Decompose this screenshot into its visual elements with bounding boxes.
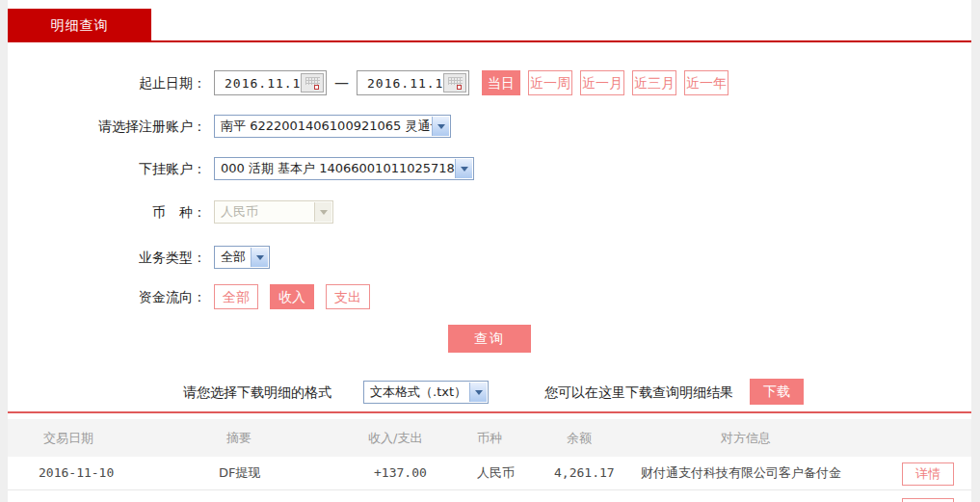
currency-label: 币 种： <box>8 199 206 225</box>
cell-amount: +137.00 <box>374 457 427 489</box>
detail-button[interactable]: 详情 <box>902 498 954 502</box>
sub-account-row: 下挂账户： 000 活期 基本户 1406600101102571848 <box>8 156 971 181</box>
download-format-value: 文本格式（.txt） <box>370 383 466 401</box>
business-type-select[interactable]: 全部 <box>214 246 270 269</box>
fund-flow-label: 资金流向： <box>8 284 206 309</box>
end-date-value: 2016.11.10 <box>358 76 452 91</box>
calendar-icon[interactable] <box>301 73 324 92</box>
detail-button[interactable]: 详情 <box>902 462 954 486</box>
sub-account-value: 000 活期 基本户 1406600101102571848 <box>221 160 470 177</box>
main-panel: 明细查询 起止日期： 2016.11.10 — 2016.11.10 当日 近一… <box>8 0 971 502</box>
fund-flow-row: 资金流向： 全部 收入 支出 <box>8 284 971 309</box>
registered-account-label: 请选择注册账户： <box>8 114 206 139</box>
cell-balance: 4,261.17 <box>554 457 615 489</box>
quick-range-today-button[interactable]: 当日 <box>482 70 520 95</box>
sub-account-label: 下挂账户： <box>8 156 206 181</box>
cell-summary: DF提现 <box>219 457 261 489</box>
cell-date: 2016-11-10 <box>39 457 114 489</box>
date-range-label: 起止日期： <box>8 70 206 95</box>
calendar-glyph-icon <box>448 77 463 90</box>
col-header-counterparty: 对方信息 <box>721 419 771 457</box>
col-header-summary: 摘要 <box>226 419 252 457</box>
col-header-currency: 币种 <box>477 419 502 457</box>
quick-range-year-button[interactable]: 近一年 <box>684 70 728 95</box>
end-date-input[interactable]: 2016.11.10 <box>357 70 469 95</box>
col-header-balance: 余额 <box>567 419 592 457</box>
quick-range-week-button[interactable]: 近一周 <box>528 70 572 95</box>
start-date-input[interactable]: 2016.11.10 <box>214 70 327 95</box>
table-row: 2016-11-10 DF提现 +137.00 人民币 4,261.17 财付通… <box>8 457 971 490</box>
sub-account-select[interactable]: 000 活期 基本户 1406600101102571848 <box>214 157 474 180</box>
business-type-label: 业务类型： <box>8 245 206 270</box>
query-button[interactable]: 查询 <box>448 325 531 353</box>
currency-value: 人民币 <box>221 203 258 221</box>
calendar-glyph-icon <box>305 77 320 90</box>
cell-currency: 人民币 <box>477 457 515 489</box>
tab-underline <box>8 40 971 42</box>
chevron-down-icon <box>314 202 331 222</box>
calendar-icon[interactable] <box>443 73 466 92</box>
business-type-row: 业务类型： 全部 <box>8 245 971 270</box>
download-button[interactable]: 下载 <box>750 379 804 405</box>
quick-range-month-button[interactable]: 近一月 <box>580 70 624 95</box>
cell-counterparty: 财付通支付科技有限公司客户备付金 <box>641 457 841 489</box>
chevron-down-icon[interactable] <box>455 159 472 178</box>
fund-flow-expense-button[interactable]: 支出 <box>326 284 370 309</box>
chevron-down-icon[interactable] <box>469 383 487 402</box>
table-header: 交易日期 摘要 收入/支出 币种 余额 对方信息 <box>8 419 971 457</box>
fund-flow-income-button[interactable]: 收入 <box>270 284 314 309</box>
quick-range-3month-button[interactable]: 近三月 <box>632 70 676 95</box>
date-separator: — <box>334 74 349 92</box>
registered-account-row: 请选择注册账户： 南平 6222001406100921065 灵通卡 <box>8 114 971 139</box>
chevron-down-icon[interactable] <box>432 117 449 136</box>
registered-account-select[interactable]: 南平 6222001406100921065 灵通卡 <box>214 115 451 138</box>
registered-account-value: 南平 6222001406100921065 灵通卡 <box>221 118 442 135</box>
col-header-amount: 收入/支出 <box>368 419 422 457</box>
fund-flow-all-button[interactable]: 全部 <box>214 284 258 309</box>
table-row-partial: 详情 <box>8 490 971 502</box>
table-top-divider <box>8 411 971 413</box>
date-range-row: 起止日期： 2016.11.10 — 2016.11.10 当日 近一周 近一月… <box>8 70 971 95</box>
currency-select: 人民币 <box>214 200 333 224</box>
currency-row: 币 种： 人民币 <box>8 199 971 225</box>
business-type-value: 全部 <box>221 249 246 266</box>
col-header-date: 交易日期 <box>43 419 93 457</box>
start-date-value: 2016.11.10 <box>215 76 309 91</box>
tab-detail-query[interactable]: 明细查询 <box>8 9 151 42</box>
chevron-down-icon[interactable] <box>251 248 268 267</box>
download-format-select[interactable]: 文本格式（.txt） <box>363 381 489 404</box>
download-format-label: 请您选择下载明细的格式 <box>183 380 331 405</box>
download-hint-text: 您可以在这里下载查询明细结果 <box>544 380 733 405</box>
